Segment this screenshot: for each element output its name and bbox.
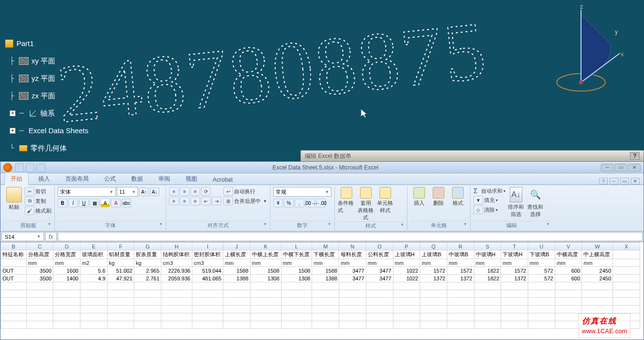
cell[interactable]: mm	[53, 259, 80, 267]
cell[interactable]: 1308	[281, 275, 312, 282]
cell[interactable]: 下横长度	[312, 250, 339, 259]
cell[interactable]	[339, 306, 366, 313]
cell[interactable]	[582, 306, 613, 313]
cell[interactable]: cm3	[161, 259, 192, 267]
cell[interactable]	[250, 298, 281, 306]
col-header[interactable]: P	[393, 243, 420, 250]
cell[interactable]	[339, 290, 366, 298]
cell[interactable]	[161, 306, 192, 313]
align-mid-button[interactable]: ≡	[180, 187, 189, 196]
col-header[interactable]: O	[366, 243, 393, 250]
tab-layout[interactable]: 页面布局	[60, 173, 94, 185]
cell[interactable]	[53, 321, 80, 329]
cell[interactable]	[161, 313, 192, 321]
cell[interactable]: 2.761	[134, 275, 161, 282]
cell[interactable]	[613, 298, 640, 306]
cell[interactable]	[192, 298, 223, 306]
cell[interactable]: OUT	[1, 267, 27, 275]
align-top-button[interactable]: ≡	[169, 187, 179, 196]
cell[interactable]	[393, 313, 420, 321]
cell[interactable]: 519.044	[192, 267, 223, 275]
cell[interactable]	[528, 313, 555, 321]
cell[interactable]: 1022	[393, 267, 420, 275]
cell[interactable]	[53, 282, 80, 290]
cell[interactable]	[555, 290, 582, 298]
minimize-button[interactable]: ─	[601, 164, 613, 171]
cell[interactable]	[582, 290, 613, 298]
cell[interactable]	[312, 290, 339, 298]
cell[interactable]	[312, 298, 339, 306]
cell[interactable]	[613, 275, 640, 282]
cell[interactable]	[393, 298, 420, 306]
indent-dec-button[interactable]: ⇤	[201, 197, 211, 205]
col-header[interactable]: L	[281, 243, 312, 250]
cell[interactable]	[474, 282, 501, 290]
cell[interactable]	[339, 313, 366, 321]
cell[interactable]: 下玻璃B	[528, 250, 555, 259]
cell[interactable]	[80, 282, 107, 290]
cell[interactable]	[501, 282, 528, 290]
cell[interactable]: 1588	[223, 267, 250, 275]
cell[interactable]	[107, 321, 134, 329]
cell[interactable]: 1308	[250, 275, 281, 282]
cell[interactable]: 600	[555, 267, 582, 275]
cell[interactable]	[223, 306, 250, 313]
cell[interactable]	[339, 321, 366, 329]
cell[interactable]	[555, 313, 582, 321]
cell[interactable]	[250, 282, 281, 290]
cell[interactable]: 2.965	[134, 267, 161, 275]
cell[interactable]	[501, 290, 528, 298]
table-row[interactable]: OUT350014004.947.9212.7612059.936481.065…	[1, 275, 640, 282]
cell[interactable]	[1, 282, 27, 290]
cell[interactable]: mm	[26, 259, 53, 267]
col-header[interactable]: J	[223, 243, 250, 250]
font-size-combo[interactable]: 11▼	[117, 187, 138, 197]
cell[interactable]	[1, 298, 27, 306]
cell[interactable]: 1572	[501, 267, 528, 275]
tab-home[interactable]: 开始	[4, 172, 29, 185]
cell[interactable]	[250, 313, 281, 321]
bold-button[interactable]: B	[58, 199, 67, 207]
cell[interactable]	[420, 306, 447, 313]
col-header[interactable]: R	[447, 243, 474, 250]
cell[interactable]: 中上横高度	[582, 250, 613, 259]
col-header[interactable]: E	[80, 243, 107, 250]
cell[interactable]	[134, 282, 161, 290]
col-header[interactable]: S	[474, 243, 501, 250]
cell[interactable]: 中玻璃H	[474, 250, 501, 259]
cell[interactable]: 3500	[26, 267, 53, 275]
cell[interactable]	[134, 306, 161, 313]
cell[interactable]: 3477	[339, 275, 366, 282]
cell[interactable]: 分格宽度	[53, 250, 80, 259]
align-left-button[interactable]: ≡	[169, 197, 179, 205]
cell[interactable]	[474, 306, 501, 313]
table-row[interactable]	[1, 306, 640, 313]
cell[interactable]	[161, 321, 192, 329]
wrap-button[interactable]: ↩自动换行	[223, 187, 267, 196]
cell[interactable]	[223, 282, 250, 290]
font-name-combo[interactable]: 宋体▼	[58, 187, 116, 197]
cell[interactable]	[339, 282, 366, 290]
cell[interactable]	[501, 321, 528, 329]
cell[interactable]: mm	[447, 259, 474, 267]
cell[interactable]	[420, 290, 447, 298]
cell[interactable]	[192, 321, 223, 329]
cell[interactable]	[474, 290, 501, 298]
cell[interactable]	[474, 321, 501, 329]
table-row[interactable]: 特征名称分格高度分格宽度玻璃面积铝材质量胶条质量结构胶体积密封胶体积上横长度中横…	[1, 250, 640, 259]
cell[interactable]	[613, 267, 640, 275]
compass[interactable]: z y x	[537, 5, 625, 92]
cell[interactable]: mm	[393, 259, 420, 267]
cell[interactable]: 1822	[474, 267, 501, 275]
maximize-button[interactable]: ▭	[614, 164, 627, 171]
sheet-grid[interactable]: BCDEFGHIJKLMNOPQRSTUVWX 特征名称分格高度分格宽度玻璃面积…	[0, 242, 644, 340]
cell[interactable]	[80, 313, 107, 321]
cell[interactable]: 1508	[250, 267, 281, 275]
tab-review[interactable]: 审阅	[153, 173, 176, 185]
cell[interactable]	[420, 313, 447, 321]
cell[interactable]	[555, 298, 582, 306]
cell[interactable]	[613, 250, 640, 259]
cell[interactable]	[501, 306, 528, 313]
cell[interactable]	[223, 298, 250, 306]
tab-view[interactable]: 视图	[180, 173, 203, 185]
